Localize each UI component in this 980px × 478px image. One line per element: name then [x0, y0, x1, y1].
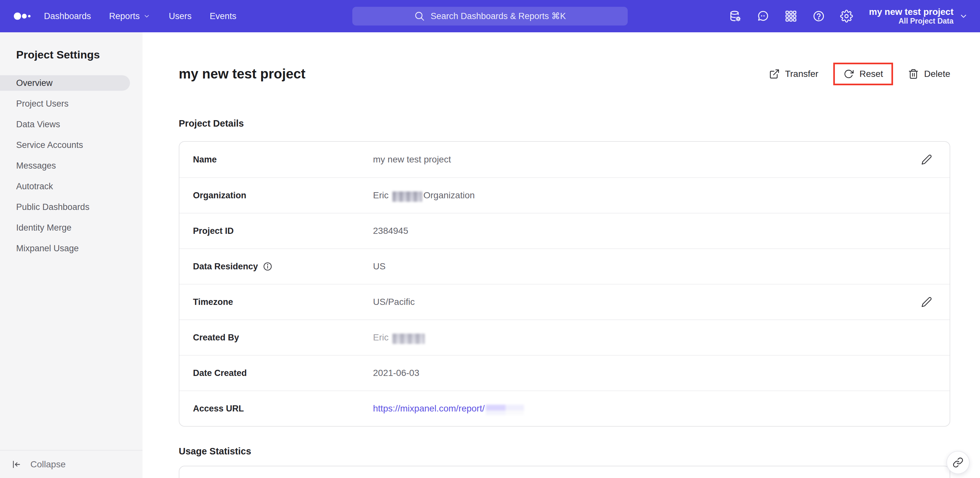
nav-link-label: Events	[210, 11, 237, 21]
nav-link-label: Users	[169, 11, 192, 21]
value-text: US	[373, 261, 386, 272]
row-label: Data Residency	[193, 261, 373, 272]
reset-button[interactable]: Reset	[843, 68, 883, 79]
detail-row-access-url: Access URLhttps://mixpanel.com/report/	[180, 391, 950, 426]
settings-icon[interactable]	[840, 10, 853, 22]
nav-link-reports[interactable]: Reports	[109, 11, 151, 21]
share-link-button[interactable]	[947, 451, 970, 474]
value-text: Organization	[423, 190, 475, 200]
current-project-scope: All Project Data	[899, 17, 953, 25]
value-text: US/Pacific	[373, 297, 415, 307]
sidebar-item-mixpanel-usage[interactable]: Mixpanel Usage	[0, 238, 143, 259]
nav-link-events[interactable]: Events	[210, 11, 237, 21]
project-switcher[interactable]: my new test project All Project Data	[869, 8, 968, 25]
project-details-heading: Project Details	[179, 118, 950, 129]
link-icon	[953, 457, 964, 468]
main-content: my new test project Transfer Reset Delet…	[143, 32, 980, 478]
mixpanel-logo-icon	[12, 8, 34, 24]
value-text: 2384945	[373, 226, 408, 236]
row-value: Eric	[373, 332, 426, 343]
row-label: Access URL	[193, 404, 373, 414]
row-label: Name	[193, 155, 373, 165]
row-label-text: Name	[193, 155, 217, 165]
apps-grid-icon[interactable]	[784, 10, 797, 22]
row-label-text: Date Created	[193, 368, 247, 378]
value-text: Eric	[373, 190, 388, 200]
nav-link-users[interactable]: Users	[169, 11, 192, 21]
nav-link-label: Reports	[109, 11, 140, 21]
sidebar-item-public-dashboards[interactable]: Public Dashboards	[0, 197, 143, 218]
redacted-text	[392, 192, 422, 202]
redacted-text	[392, 333, 425, 344]
row-value: my new test project	[373, 154, 453, 165]
collapse-label: Collapse	[30, 459, 65, 470]
row-label-text: Data Residency	[193, 262, 258, 272]
sidebar-item-overview[interactable]: Overview	[0, 75, 130, 91]
row-label: Date Created	[193, 368, 373, 378]
detail-row-name: Namemy new test project	[180, 142, 950, 177]
detail-row-project-id: Project ID2384945	[180, 213, 950, 248]
transfer-button[interactable]: Transfer	[769, 68, 818, 79]
help-icon[interactable]	[812, 10, 825, 22]
trash-icon	[908, 68, 919, 79]
nav-links: DashboardsReportsUsersEvents	[44, 11, 236, 21]
usage-statistics-card	[179, 466, 950, 478]
edit-name-button[interactable]	[921, 154, 932, 165]
row-label-text: Timezone	[193, 297, 233, 307]
row-value: https://mixpanel.com/report/	[373, 403, 525, 414]
delete-button[interactable]: Delete	[908, 68, 950, 79]
value-text: 2021-06-03	[373, 368, 419, 378]
sidebar-item-project-users[interactable]: Project Users	[0, 93, 143, 114]
search-icon	[414, 11, 425, 22]
sidebar-item-identity-merge[interactable]: Identity Merge	[0, 218, 143, 238]
transfer-icon	[769, 68, 780, 79]
value-text: Eric	[373, 332, 388, 343]
sidebar-item-service-accounts[interactable]: Service Accounts	[0, 135, 143, 156]
current-project-name: my new test project	[869, 8, 953, 16]
sidebar-item-autotrack[interactable]: Autotrack	[0, 176, 143, 197]
data-management-icon[interactable]	[729, 10, 742, 22]
row-label: Project ID	[193, 226, 373, 236]
nav-link-dashboards[interactable]: Dashboards	[44, 11, 91, 21]
project-details-card: Namemy new test project OrganizationEric…	[179, 141, 950, 427]
row-label-text: Access URL	[193, 404, 244, 414]
row-label: Timezone	[193, 297, 373, 307]
access-url-link[interactable]: https://mixpanel.com/report/	[373, 403, 485, 414]
row-label-text: Created By	[193, 333, 239, 343]
row-label: Created By	[193, 333, 373, 343]
sidebar-items: OverviewProject UsersData ViewsService A…	[0, 75, 143, 259]
sidebar-title: Project Settings	[16, 48, 143, 61]
nav-link-label: Dashboards	[44, 11, 91, 21]
row-value: US/Pacific	[373, 297, 417, 307]
chevron-down-icon	[959, 11, 968, 21]
detail-row-timezone: TimezoneUS/Pacific	[180, 284, 950, 319]
search-input[interactable]: Search Dashboards & Reports ⌘K	[352, 7, 628, 25]
row-label-text: Organization	[193, 191, 246, 200]
info-icon[interactable]	[262, 261, 273, 272]
detail-row-created-by: Created ByEric	[180, 319, 950, 355]
highlight-annotation: Reset	[833, 63, 893, 85]
detail-row-organization: OrganizationEric Organization	[180, 177, 950, 213]
reset-icon	[843, 68, 854, 79]
nav-right-cluster: my new test project All Project Data	[729, 0, 980, 32]
detail-row-data-residency: Data ResidencyUS	[180, 248, 950, 284]
edit-timezone-button[interactable]	[921, 297, 932, 308]
settings-sidebar: Project Settings OverviewProject UsersDa…	[0, 32, 143, 478]
row-value: 2384945	[373, 226, 411, 236]
collapse-sidebar-button[interactable]: Collapse	[0, 450, 143, 478]
page-title: my new test project	[179, 66, 305, 82]
row-value: US	[373, 261, 388, 272]
sidebar-item-data-views[interactable]: Data Views	[0, 114, 143, 135]
usage-statistics-heading: Usage Statistics	[179, 446, 950, 457]
value-text: my new test project	[373, 154, 451, 165]
search-placeholder: Search Dashboards & Reports ⌘K	[431, 11, 566, 21]
redacted-text	[486, 405, 524, 415]
row-label-text: Project ID	[193, 226, 234, 236]
sidebar-item-messages[interactable]: Messages	[0, 156, 143, 176]
project-actions: Transfer Reset Delete	[769, 63, 950, 85]
chevron-down-icon	[143, 12, 151, 20]
messages-icon[interactable]	[757, 10, 770, 22]
collapse-icon	[11, 459, 21, 470]
top-nav: DashboardsReportsUsersEvents Search Dash…	[0, 0, 980, 32]
detail-row-date-created: Date Created2021-06-03	[180, 355, 950, 391]
